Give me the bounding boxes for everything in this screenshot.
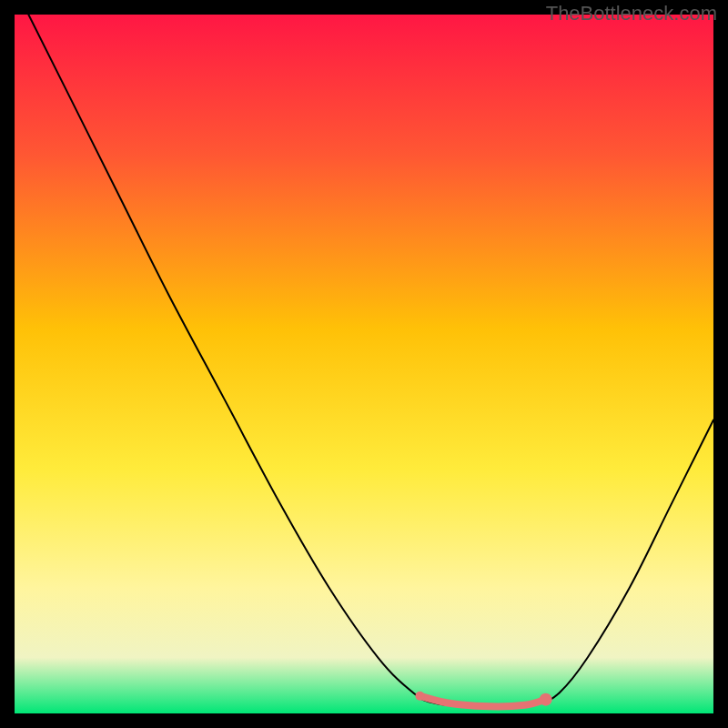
gradient-background: [15, 15, 713, 713]
plot-area: [15, 15, 713, 713]
highlight-segment-end-marker: [540, 693, 552, 706]
watermark-text: TheBottleneck.com: [546, 2, 717, 25]
highlight-segment-start-marker: [415, 692, 424, 701]
chart-container: TheBottleneck.com: [0, 0, 728, 728]
chart-svg: [15, 15, 713, 713]
